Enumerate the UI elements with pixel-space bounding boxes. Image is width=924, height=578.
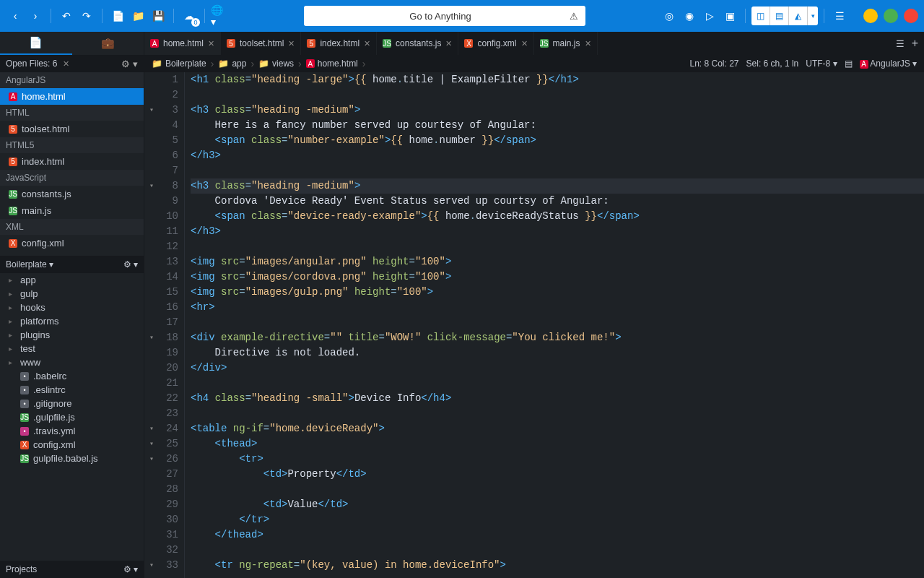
line-number[interactable]: 31 (159, 527, 178, 543)
menu-button[interactable]: ☰ (830, 7, 849, 25)
code-line[interactable]: <td>Value</td> (191, 497, 924, 512)
expand-icon[interactable]: ▸ (9, 358, 16, 366)
code-line[interactable]: <span class="device-ready-example">{{ ho… (191, 209, 924, 224)
line-number[interactable]: 3 (159, 103, 178, 118)
line-number[interactable]: 30 (159, 512, 178, 527)
window-close-button[interactable] (904, 9, 918, 23)
line-number[interactable]: 26 (159, 452, 178, 467)
code-line[interactable]: <h3 class="heading -medium"> (191, 178, 924, 194)
window-maximize-button[interactable] (884, 9, 898, 23)
status-encoding[interactable]: UTF-8 (806, 59, 830, 69)
code-line[interactable] (191, 376, 924, 391)
tree-item[interactable]: •.gitignore (0, 397, 144, 410)
fold-toggle[interactable]: ▾ (144, 436, 159, 452)
layout-bottom-icon[interactable]: ▤ (770, 7, 789, 25)
line-number[interactable]: 12 (159, 239, 178, 254)
panel-layout-toggle[interactable]: ◫ ▤ ◭ ▾ (751, 7, 818, 25)
tab-constants-js[interactable]: JSconstants.js✕ (377, 32, 458, 55)
line-number[interactable]: 15 (159, 285, 178, 300)
tab-close-icon[interactable]: ✕ (445, 39, 452, 48)
tab-close-icon[interactable]: ✕ (364, 39, 370, 48)
code-line[interactable]: Here is a fancy number served up courtes… (191, 118, 924, 133)
code-line[interactable]: </h3> (191, 148, 924, 163)
fold-toggle[interactable]: ▾ (144, 452, 159, 467)
open-file-item[interactable]: Xconfig.xml (0, 235, 144, 251)
play-macro-button[interactable]: ▷ (700, 7, 719, 25)
layout-dropdown-icon[interactable]: ▾ (808, 7, 818, 25)
fold-toggle[interactable]: ▾ (144, 421, 159, 436)
line-number[interactable]: 5 (159, 133, 178, 148)
tab-close-icon[interactable]: ✕ (208, 39, 214, 48)
expand-icon[interactable]: ▸ (9, 276, 16, 284)
nav-back-button[interactable]: ‹ (6, 7, 25, 25)
tree-item[interactable]: ▸hooks (0, 301, 144, 314)
tree-item[interactable]: •.eslintrc (0, 383, 144, 397)
line-number[interactable]: 2 (159, 87, 178, 103)
line-number[interactable]: 6 (159, 148, 178, 163)
code-line[interactable]: Directive is not loaded. (191, 345, 924, 361)
project-gear-icon[interactable]: ⚙ ▾ (123, 259, 138, 269)
tree-item[interactable]: ▸plugins (0, 328, 144, 342)
code-line[interactable]: <span class="number-example">{{ home.num… (191, 133, 924, 148)
save-macro-button[interactable]: ▣ (720, 7, 739, 25)
tab-close-icon[interactable]: ✕ (288, 39, 295, 48)
code-line[interactable] (191, 315, 924, 330)
code-line[interactable]: <td>Property</td> (191, 467, 924, 482)
expand-icon[interactable]: ▸ (9, 331, 16, 339)
tab-home-html[interactable]: Ahome.html✕ (144, 32, 221, 55)
code-line[interactable] (191, 239, 924, 254)
line-number[interactable]: 4 (159, 118, 178, 133)
expand-icon[interactable]: ▸ (9, 345, 16, 353)
tab-main-js[interactable]: JSmain.js✕ (534, 32, 598, 55)
breadcrumb-part[interactable]: app (232, 59, 246, 69)
line-number[interactable]: 19 (159, 345, 178, 361)
line-number[interactable]: 21 (159, 376, 178, 391)
line-number[interactable]: 14 (159, 269, 178, 285)
expand-icon[interactable]: ▸ (9, 317, 16, 325)
code-line[interactable]: <tr> (191, 452, 924, 467)
tree-item[interactable]: •.travis.yml (0, 424, 144, 438)
code-line[interactable] (191, 163, 924, 178)
status-position[interactable]: Ln: 8 Col: 27 (690, 59, 739, 69)
tree-item[interactable]: JSgulpfile.babel.js (0, 452, 144, 465)
layout-right-icon[interactable]: ◭ (789, 7, 808, 25)
new-tab-button[interactable]: + (912, 37, 918, 50)
line-number[interactable]: 20 (159, 361, 178, 376)
projects-footer[interactable]: Projects ⚙ ▾ (0, 561, 144, 578)
minimap-toggle-icon[interactable]: ▤ (845, 59, 853, 69)
line-number[interactable]: 11 (159, 224, 178, 239)
code-line[interactable] (191, 87, 924, 103)
go-to-anything-input[interactable]: Go to Anything ⚠ (304, 6, 585, 26)
fold-toggle[interactable]: ▾ (144, 103, 159, 118)
expand-icon[interactable]: ▸ (9, 290, 16, 298)
new-file-button[interactable]: 📄 (108, 7, 127, 25)
tree-item[interactable]: ▸app (0, 273, 144, 287)
breadcrumb[interactable]: 📁Boilerplate›📁app›📁views›Ahome.html› (152, 58, 367, 69)
line-number[interactable]: 16 (159, 300, 178, 315)
code-line[interactable]: </thead> (191, 527, 924, 543)
list-tabs-button[interactable]: ☰ (896, 38, 905, 49)
code-line[interactable]: <h3 class="heading -medium"> (191, 103, 924, 118)
line-number[interactable]: 22 (159, 391, 178, 406)
nav-forward-button[interactable]: › (26, 7, 45, 25)
tab-index-html[interactable]: 5index.html✕ (301, 32, 377, 55)
line-number[interactable]: 13 (159, 254, 178, 269)
line-number[interactable]: 1 (159, 72, 178, 87)
open-file-item[interactable]: 5toolset.html (0, 121, 144, 137)
tab-close-icon[interactable]: ✕ (585, 39, 591, 48)
project-name[interactable]: Boilerplate (6, 259, 47, 269)
code-line[interactable] (191, 406, 924, 421)
layout-left-icon[interactable]: ◫ (751, 7, 770, 25)
undo-button[interactable]: ↶ (57, 7, 76, 25)
tab-config-xml[interactable]: Xconfig.xml✕ (458, 32, 533, 55)
line-number[interactable]: 25 (159, 436, 178, 452)
tab-close-icon[interactable]: ✕ (521, 39, 528, 48)
line-number[interactable]: 8 (159, 178, 178, 194)
stop-macro-button[interactable]: ◉ (680, 7, 699, 25)
fold-toggle[interactable]: ▾ (144, 178, 159, 194)
projects-gear-icon[interactable]: ⚙ ▾ (123, 564, 138, 574)
code-line[interactable]: <thead> (191, 436, 924, 452)
open-file-item[interactable]: Ahome.html (0, 88, 144, 105)
fold-toggle[interactable]: ▾ (144, 558, 159, 573)
breadcrumb-part[interactable]: Boilerplate (165, 59, 206, 69)
